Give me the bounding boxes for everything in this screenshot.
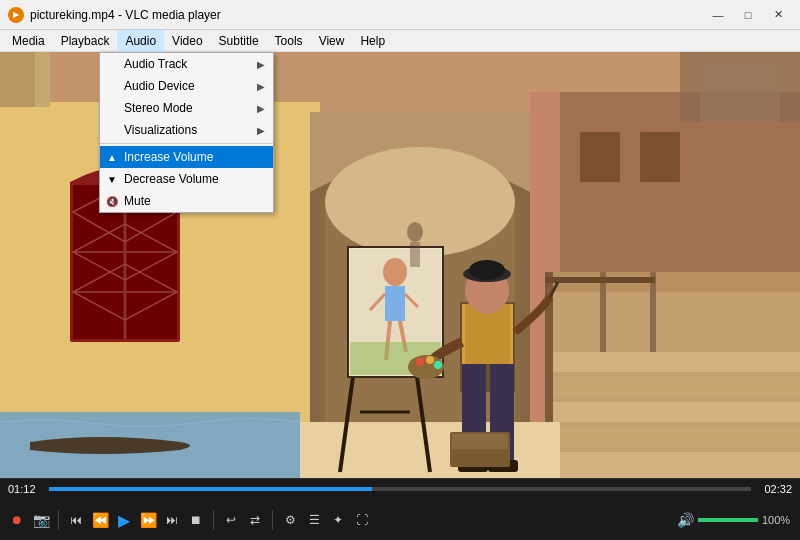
svg-point-48 xyxy=(416,358,424,366)
loop-button[interactable]: ↩ xyxy=(220,509,242,531)
menu-help[interactable]: Help xyxy=(352,30,393,52)
svg-rect-57 xyxy=(452,434,508,449)
svg-rect-35 xyxy=(385,286,405,321)
menu-bar: Media Playback Audio Video Subtitle Tool… xyxy=(0,30,800,52)
minimize-button[interactable]: — xyxy=(704,5,732,25)
app-icon xyxy=(8,7,24,23)
button-controls: ⏺ 📷 ⏮ ⏪ ▶ ⏩ ⏭ ⏹ ↩ ⇄ ⚙ ☰ ✦ ⛶ 🔊 100% xyxy=(0,499,800,540)
progress-area: 01:12 02:32 xyxy=(0,479,800,499)
title-bar: pictureking.mp4 - VLC media player — □ ✕ xyxy=(0,0,800,30)
svg-rect-23 xyxy=(600,272,606,352)
fullscreen-button[interactable]: ⛶ xyxy=(351,509,373,531)
increase-volume-icon: ▲ xyxy=(104,149,120,165)
separator-1 xyxy=(58,510,59,530)
svg-rect-20 xyxy=(545,427,800,447)
time-total: 02:32 xyxy=(757,483,792,495)
audio-track-item[interactable]: Audio Track ▶ xyxy=(100,53,273,75)
audio-device-item[interactable]: Audio Device ▶ xyxy=(100,75,273,97)
svg-rect-63 xyxy=(0,52,35,107)
svg-rect-21 xyxy=(545,452,800,478)
volume-bar-fill xyxy=(698,518,758,522)
time-current: 01:12 xyxy=(8,483,43,495)
stop-button[interactable]: ⏹ xyxy=(185,509,207,531)
increase-volume-item[interactable]: ▲ Increase Volume xyxy=(100,146,273,168)
menu-tools[interactable]: Tools xyxy=(267,30,311,52)
random-button[interactable]: ⇄ xyxy=(244,509,266,531)
rewind-button[interactable]: ⏪ xyxy=(89,509,111,531)
extended-settings-button[interactable]: ⚙ xyxy=(279,509,301,531)
decrease-volume-icon: ▼ xyxy=(104,171,120,187)
volume-bar[interactable] xyxy=(698,518,758,522)
svg-rect-14 xyxy=(640,132,680,182)
effects-button[interactable]: ✦ xyxy=(327,509,349,531)
svg-point-58 xyxy=(407,222,423,242)
menu-view[interactable]: View xyxy=(311,30,353,52)
menu-video[interactable]: Video xyxy=(164,30,210,52)
playlist-button[interactable]: ☰ xyxy=(303,509,325,531)
snapshot-button[interactable]: 📷 xyxy=(30,509,52,531)
svg-rect-13 xyxy=(580,132,620,182)
visualizations-item[interactable]: Visualizations ▶ xyxy=(100,119,273,141)
progress-bar[interactable] xyxy=(49,487,751,491)
separator-2 xyxy=(213,510,214,530)
audio-dropdown: Audio Track ▶ Audio Device ▶ Stereo Mode… xyxy=(99,52,274,213)
next-chapter-button[interactable]: ⏭ xyxy=(161,509,183,531)
svg-rect-25 xyxy=(545,277,655,283)
title-text: pictureking.mp4 - VLC media player xyxy=(30,8,704,22)
volume-area: 🔊 100% xyxy=(677,512,794,528)
maximize-button[interactable]: □ xyxy=(734,5,762,25)
volume-percentage: 100% xyxy=(762,514,794,526)
svg-point-50 xyxy=(434,361,442,369)
controls-bar: 01:12 02:32 ⏺ 📷 ⏮ ⏪ ▶ ⏩ ⏭ ⏹ ↩ ⇄ ⚙ ☰ ✦ ⛶ … xyxy=(0,478,800,540)
decrease-volume-item[interactable]: ▼ Decrease Volume xyxy=(100,168,273,190)
close-button[interactable]: ✕ xyxy=(764,5,792,25)
svg-rect-61 xyxy=(700,62,780,122)
menu-audio[interactable]: Audio xyxy=(117,30,164,52)
menu-media[interactable]: Media xyxy=(4,30,53,52)
menu-playback[interactable]: Playback xyxy=(53,30,118,52)
record-button[interactable]: ⏺ xyxy=(6,509,28,531)
svg-rect-19 xyxy=(545,402,800,422)
dropdown-separator xyxy=(100,143,273,144)
separator-3 xyxy=(272,510,273,530)
svg-rect-24 xyxy=(650,272,656,352)
prev-chapter-button[interactable]: ⏮ xyxy=(65,509,87,531)
svg-point-6 xyxy=(325,147,515,257)
forward-button[interactable]: ⏩ xyxy=(137,509,159,531)
svg-point-34 xyxy=(383,258,407,286)
svg-rect-18 xyxy=(545,377,800,397)
svg-point-46 xyxy=(469,260,505,280)
volume-icon[interactable]: 🔊 xyxy=(677,512,694,528)
window-controls: — □ ✕ xyxy=(704,5,792,25)
progress-bar-fill xyxy=(49,487,372,491)
svg-rect-17 xyxy=(545,352,800,372)
stereo-mode-item[interactable]: Stereo Mode ▶ xyxy=(100,97,273,119)
menu-subtitle[interactable]: Subtitle xyxy=(211,30,267,52)
mute-icon: 🔇 xyxy=(104,193,120,209)
svg-point-49 xyxy=(426,356,434,364)
svg-rect-59 xyxy=(410,242,420,267)
play-button[interactable]: ▶ xyxy=(113,509,135,531)
mute-item[interactable]: 🔇 Mute xyxy=(100,190,273,212)
